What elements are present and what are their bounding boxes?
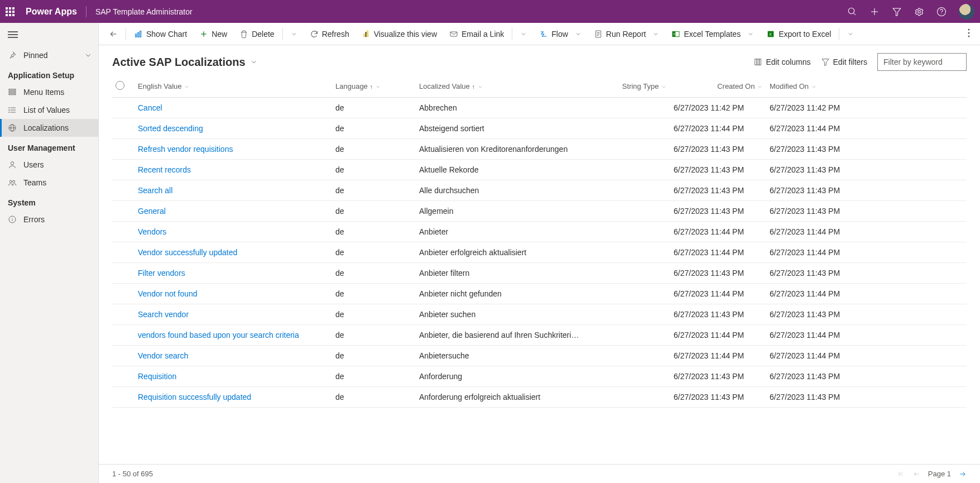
delete-button[interactable]: Delete bbox=[234, 26, 280, 42]
gear-icon[interactable] bbox=[914, 7, 924, 17]
sidebar-item-list-of-values[interactable]: List of Values bbox=[0, 101, 98, 119]
cell-english[interactable]: Search all bbox=[134, 180, 332, 201]
waffle-icon[interactable] bbox=[6, 7, 17, 16]
sidebar-item-teams[interactable]: Teams bbox=[0, 174, 98, 192]
flow-button[interactable]: Flow bbox=[534, 26, 587, 42]
row-select[interactable] bbox=[112, 180, 134, 201]
prev-page-icon[interactable] bbox=[912, 470, 920, 478]
table-row[interactable]: Vendor not founddeAnbieter nicht gefunde… bbox=[112, 284, 967, 304]
avatar[interactable] bbox=[959, 4, 974, 20]
table-row[interactable]: Recent recordsdeAktuelle Rekorde6/27/202… bbox=[112, 160, 967, 180]
export-excel-button[interactable]: X Export to Excel bbox=[761, 26, 837, 42]
row-select[interactable] bbox=[112, 242, 134, 263]
table-row[interactable]: Filter vendorsdeAnbieter filtern6/27/202… bbox=[112, 263, 967, 284]
run-report-button[interactable]: Run Report bbox=[588, 26, 665, 42]
table-row[interactable]: Requisition successfully updateddeAnford… bbox=[112, 387, 967, 408]
cell-english[interactable]: Recent records bbox=[134, 160, 332, 180]
back-button[interactable] bbox=[103, 26, 123, 42]
excel-templates-button[interactable]: X Excel Templates bbox=[666, 26, 760, 42]
cell-english[interactable]: Refresh vendor requisitions bbox=[134, 139, 332, 160]
first-page-icon[interactable] bbox=[897, 470, 905, 478]
cell-string-type bbox=[587, 325, 670, 346]
cell-localized: Anbieter nicht gefunden bbox=[416, 284, 587, 304]
sidebar-item-localizations[interactable]: Localizations bbox=[0, 119, 98, 137]
delete-split-button[interactable] bbox=[285, 27, 303, 41]
col-string-type[interactable]: String Type bbox=[587, 76, 670, 98]
table-row[interactable]: GeneraldeAllgemein6/27/2023 11:43 PM6/27… bbox=[112, 201, 967, 222]
row-select[interactable] bbox=[112, 366, 134, 387]
table-row[interactable]: Sorted descendingdeAbsteigend sortiert6/… bbox=[112, 118, 967, 139]
filter-keyword-input[interactable] bbox=[877, 53, 967, 71]
visualize-button[interactable]: Visualize this view bbox=[356, 26, 443, 42]
overflow-button[interactable] bbox=[962, 25, 976, 42]
row-select[interactable] bbox=[112, 201, 134, 222]
sidebar-item-users[interactable]: Users bbox=[0, 156, 98, 174]
row-select[interactable] bbox=[112, 304, 134, 325]
col-created[interactable]: Created On bbox=[670, 76, 766, 98]
cell-english[interactable]: Vendors bbox=[134, 222, 332, 242]
table-row[interactable]: VendorsdeAnbieter6/27/2023 11:44 PM6/27/… bbox=[112, 222, 967, 242]
row-select[interactable] bbox=[112, 284, 134, 304]
email-link-button[interactable]: Email a Link bbox=[444, 26, 510, 42]
col-modified[interactable]: Modified On bbox=[766, 76, 967, 98]
cell-english[interactable]: Requisition bbox=[134, 366, 332, 387]
edit-columns-button[interactable]: Edit columns bbox=[753, 58, 810, 66]
cell-english[interactable]: Search vendor bbox=[134, 304, 332, 325]
table-row[interactable]: CanceldeAbbrechen6/27/2023 11:42 PM6/27/… bbox=[112, 98, 967, 118]
next-page-icon[interactable] bbox=[959, 470, 967, 478]
row-select[interactable] bbox=[112, 98, 134, 118]
sidebar-item-menu-items[interactable]: Menu Items bbox=[0, 83, 98, 101]
row-select[interactable] bbox=[112, 139, 134, 160]
select-all-header[interactable] bbox=[112, 76, 134, 98]
row-select[interactable] bbox=[112, 118, 134, 139]
sidebar-item-label: Menu Items bbox=[23, 88, 64, 97]
table-row[interactable]: RequisitiondeAnforderung6/27/2023 11:43 … bbox=[112, 366, 967, 387]
email-split-button[interactable] bbox=[515, 27, 532, 41]
sidebar-item-errors[interactable]: Errors bbox=[0, 211, 98, 228]
export-split-button[interactable] bbox=[842, 27, 859, 41]
refresh-button[interactable]: Refresh bbox=[304, 26, 355, 42]
cell-english[interactable]: Vendor search bbox=[134, 346, 332, 366]
sidebar-pinned[interactable]: Pinned bbox=[0, 46, 98, 64]
table-row[interactable]: Refresh vendor requisitionsdeAktualisier… bbox=[112, 139, 967, 160]
cell-english[interactable]: Filter vendors bbox=[134, 263, 332, 284]
hamburger-icon[interactable] bbox=[0, 23, 98, 46]
select-circle-icon[interactable] bbox=[116, 81, 124, 90]
header-row: English Value Language ↑ Localized Value… bbox=[112, 76, 967, 98]
help-icon[interactable] bbox=[936, 7, 947, 17]
cell-english[interactable]: General bbox=[134, 201, 332, 222]
add-icon[interactable] bbox=[869, 7, 880, 17]
new-button[interactable]: New bbox=[194, 26, 233, 42]
cell-modified: 6/27/2023 11:44 PM bbox=[766, 325, 967, 346]
email-link-label: Email a Link bbox=[462, 30, 504, 39]
table-row[interactable]: Search alldeAlle durchsuchen6/27/2023 11… bbox=[112, 180, 967, 201]
svg-point-5 bbox=[918, 10, 921, 13]
row-select[interactable] bbox=[112, 346, 134, 366]
show-chart-button[interactable]: Show Chart bbox=[128, 26, 193, 42]
table-row[interactable]: Vendor successfully updateddeAnbieter er… bbox=[112, 242, 967, 263]
row-select[interactable] bbox=[112, 222, 134, 242]
view-selector[interactable]: Active SAP Localizations bbox=[112, 56, 258, 69]
col-language[interactable]: Language ↑ bbox=[332, 76, 416, 98]
grid-scroll[interactable]: English Value Language ↑ Localized Value… bbox=[99, 76, 980, 464]
table-row[interactable]: vendors found based upon your search cri… bbox=[112, 325, 967, 346]
funnel-icon[interactable] bbox=[892, 7, 902, 17]
search-icon[interactable] bbox=[847, 7, 857, 17]
cell-english[interactable]: Vendor not found bbox=[134, 284, 332, 304]
cell-localized: Allgemein bbox=[416, 201, 587, 222]
table-row[interactable]: Vendor searchdeAnbietersuche6/27/2023 11… bbox=[112, 346, 967, 366]
cell-english[interactable]: Sorted descending bbox=[134, 118, 332, 139]
col-english[interactable]: English Value bbox=[134, 76, 332, 98]
row-select[interactable] bbox=[112, 387, 134, 408]
cell-english[interactable]: Vendor successfully updated bbox=[134, 242, 332, 263]
col-localized[interactable]: Localized Value ↑ bbox=[416, 76, 587, 98]
table-row[interactable]: Search vendordeAnbieter suchen6/27/2023 … bbox=[112, 304, 967, 325]
cell-english[interactable]: Cancel bbox=[134, 98, 332, 118]
row-select[interactable] bbox=[112, 263, 134, 284]
edit-filters-button[interactable]: Edit filters bbox=[821, 58, 867, 66]
pinned-label: Pinned bbox=[23, 51, 48, 60]
row-select[interactable] bbox=[112, 325, 134, 346]
cell-english[interactable]: vendors found based upon your search cri… bbox=[134, 325, 332, 346]
row-select[interactable] bbox=[112, 160, 134, 180]
cell-english[interactable]: Requisition successfully updated bbox=[134, 387, 332, 408]
